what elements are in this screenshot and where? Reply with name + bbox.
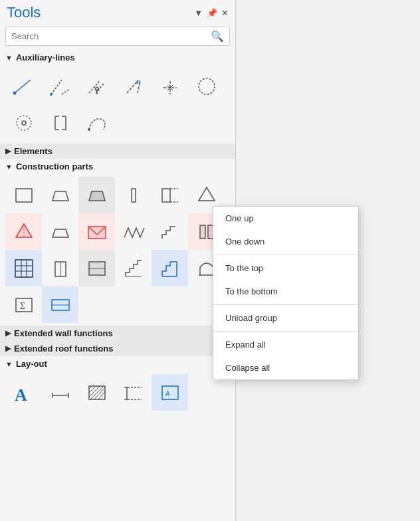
auxiliary-lines-content: n	[0, 65, 235, 144]
section-arrow: ▶	[5, 147, 11, 156]
tool-zigzag[interactable]	[115, 213, 152, 250]
context-menu-unload-group[interactable]: Unload group	[213, 306, 358, 330]
tool-angle-line[interactable]	[42, 68, 78, 104]
tool-stair[interactable]	[115, 250, 152, 286]
svg-point-16	[199, 78, 215, 94]
tools-title: Tools	[7, 4, 41, 21]
layout-content: A	[0, 371, 235, 413]
svg-point-25	[88, 128, 90, 131]
tool-dimension[interactable]	[42, 374, 78, 411]
tools-panel: Tools ▼ 📌 ✕ 🔍 ▼ Auxiliary-lines	[0, 0, 236, 521]
svg-line-64	[90, 386, 104, 399]
context-menu-divider-3	[213, 331, 358, 332]
section-auxiliary-lines[interactable]: ▼ Auxiliary-lines	[0, 50, 235, 65]
section-extended-roof[interactable]: ▶ Extended roof functions	[0, 341, 235, 356]
auxiliary-lines-grid: n	[0, 65, 235, 144]
tool-circle-dashed[interactable]	[188, 68, 225, 104]
layout-grid: A	[0, 371, 235, 413]
svg-rect-40	[15, 260, 33, 277]
section-label: Extended roof functions	[14, 344, 114, 354]
svg-point-18	[22, 121, 26, 125]
svg-marker-27	[52, 191, 68, 201]
tools-header: Tools ▼ 📌 ✕	[0, 0, 235, 24]
tool-hatch[interactable]	[78, 374, 115, 411]
context-menu: One up One down To the top To the bottom…	[213, 206, 359, 380]
tool-stair2[interactable]	[152, 250, 188, 286]
context-menu-divider-1	[213, 255, 358, 255]
search-icon: 🔍	[211, 30, 224, 43]
svg-point-1	[13, 91, 16, 94]
context-menu-expand-all[interactable]: Expand all	[213, 333, 358, 356]
svg-line-0	[15, 80, 31, 93]
context-menu-to-bottom[interactable]: To the bottom	[213, 280, 358, 303]
svg-marker-33	[199, 187, 215, 201]
context-menu-divider-2	[213, 304, 358, 305]
tool-curve-dashed[interactable]	[78, 104, 115, 141]
svg-line-62	[89, 386, 96, 393]
tool-stair-diagonal[interactable]	[152, 213, 188, 250]
tool-roof[interactable]	[78, 177, 115, 213]
search-input[interactable]	[11, 31, 211, 41]
section-extended-wall[interactable]: ▶ Extended wall functions	[0, 326, 235, 341]
svg-line-66	[98, 391, 105, 399]
tool-text-n[interactable]: n	[115, 68, 152, 104]
section-label: Auxiliary-lines	[16, 52, 75, 62]
svg-marker-36	[52, 229, 68, 237]
svg-text:A: A	[165, 390, 170, 397]
tool-door[interactable]	[42, 250, 78, 286]
context-menu-collapse-all[interactable]: Collapse all	[213, 356, 358, 379]
svg-point-17	[17, 116, 31, 130]
context-menu-to-top[interactable]: To the top	[213, 257, 358, 280]
section-construction-parts[interactable]: ▼ Construction parts	[0, 159, 235, 174]
context-menu-one-down[interactable]: One down	[213, 230, 358, 253]
tool-perpendicular[interactable]	[78, 68, 115, 104]
tool-sigma[interactable]: Σ	[5, 286, 42, 323]
tool-envelope[interactable]	[78, 213, 115, 250]
section-arrow: ▼	[5, 360, 13, 368]
search-bar: 🔍	[5, 27, 230, 46]
section-arrow: ▼	[5, 163, 13, 171]
tool-line[interactable]	[5, 68, 42, 104]
pin-icon[interactable]: 📌	[207, 8, 217, 18]
svg-rect-30	[162, 189, 170, 202]
svg-line-3	[62, 89, 70, 94]
tool-text-a[interactable]: A	[5, 374, 42, 411]
tool-viewport[interactable]: A	[152, 374, 188, 411]
svg-rect-26	[16, 189, 32, 202]
section-arrow: ▼	[5, 54, 13, 62]
section-arrow: ▶	[5, 329, 11, 338]
construction-parts-grid: Σ	[0, 174, 235, 326]
section-elements[interactable]: ▶ Elements	[0, 144, 235, 159]
svg-rect-38	[200, 225, 205, 239]
tool-grid[interactable]	[5, 250, 42, 286]
tool-cross[interactable]	[152, 68, 188, 104]
construction-parts-content: Σ	[0, 174, 235, 326]
tool-roof-red[interactable]	[5, 213, 42, 250]
section-label: Lay-out	[16, 359, 47, 369]
tool-circle-dots[interactable]	[5, 104, 42, 141]
context-menu-one-up[interactable]: One up	[213, 207, 358, 230]
svg-rect-29	[132, 189, 136, 202]
tool-bracket[interactable]	[42, 104, 78, 141]
svg-marker-28	[89, 191, 105, 201]
tool-partial-wall[interactable]	[152, 177, 188, 213]
svg-text:Σ: Σ	[20, 301, 25, 311]
section-label: Extended wall functions	[14, 328, 113, 338]
close-icon[interactable]: ✕	[221, 8, 229, 18]
svg-text:n: n	[136, 77, 140, 85]
section-layout[interactable]: ▼ Lay-out	[0, 356, 235, 371]
section-arrow: ▶	[5, 344, 11, 353]
dropdown-icon[interactable]: ▼	[194, 8, 203, 18]
tool-slab[interactable]	[42, 177, 78, 213]
tool-thin-wall[interactable]	[115, 177, 152, 213]
section-label: Construction parts	[16, 161, 93, 171]
tool-beam[interactable]	[42, 286, 78, 323]
svg-point-4	[50, 93, 52, 96]
svg-line-5	[89, 81, 100, 93]
tool-wall[interactable]	[5, 177, 42, 213]
svg-rect-72	[162, 386, 178, 399]
tool-panel[interactable]	[78, 250, 115, 286]
tool-dimension2[interactable]	[115, 374, 152, 411]
header-icons: ▼ 📌 ✕	[194, 8, 229, 18]
tool-flat-roof[interactable]	[42, 213, 78, 250]
